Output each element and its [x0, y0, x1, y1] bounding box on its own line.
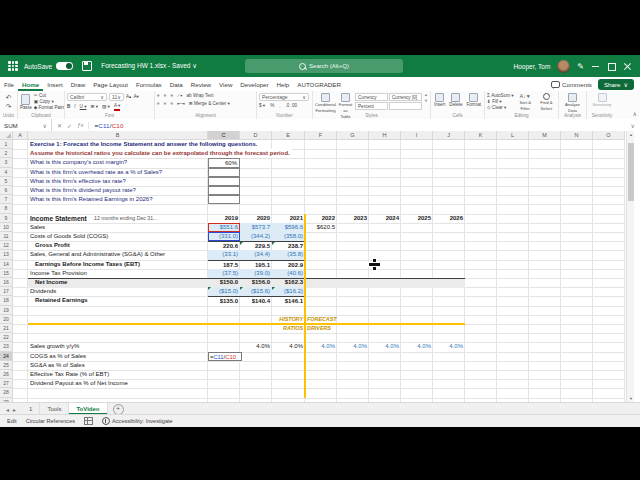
align-top-icon[interactable]: ≡ [157, 93, 160, 99]
cell-C10[interactable]: $551.6 [208, 223, 240, 232]
cell-B6[interactable]: What is this firm's dividend payout rate… [28, 186, 208, 195]
cell-E23[interactable]: 4.0% [272, 342, 305, 351]
row-header-25[interactable]: 25 [0, 361, 13, 370]
cell-E10[interactable]: $596.6 [272, 223, 305, 232]
cell-C3[interactable]: 60% [208, 158, 240, 167]
paste-button[interactable]: Paste [20, 94, 32, 111]
borders-icon[interactable]: ⊞ ▾ [91, 104, 98, 110]
row-header-12[interactable]: 12 [0, 241, 13, 250]
row-header-7[interactable]: 7 [0, 195, 13, 204]
cell-C17[interactable]: ($15.0) [208, 287, 240, 296]
cell-B18[interactable]: Retained Earnings [28, 296, 208, 305]
row-header-14[interactable]: 14 [0, 260, 13, 269]
row-header-4[interactable]: 4 [0, 168, 13, 177]
autosave-toggle[interactable] [56, 62, 73, 70]
menu-tab-help[interactable]: Help [273, 77, 294, 91]
minimize-button[interactable] [591, 62, 600, 71]
cell-C4[interactable] [208, 168, 240, 177]
comma-format-icon[interactable]: , [279, 103, 280, 109]
cell-C7[interactable] [208, 195, 240, 204]
currency-format-icon[interactable]: $ ▾ [259, 103, 265, 109]
row-header-8[interactable]: 8 [0, 204, 13, 213]
cell-F21[interactable]: DRIVERS [305, 324, 337, 333]
format-cells-button[interactable]: Format [466, 93, 481, 108]
name-box[interactable]: SUM∨ [0, 119, 52, 131]
format-painter-button[interactable]: ◆ Format Painter [34, 105, 65, 111]
cell-D11[interactable]: (344.2) [240, 232, 272, 241]
cell-E21[interactable]: RATIOS [272, 324, 305, 333]
merge-center-button[interactable]: ⊞ Merge & Center ▾ [189, 101, 230, 107]
bold-button[interactable]: B [67, 104, 70, 110]
menu-tab-page-layout[interactable]: Page Layout [89, 77, 132, 91]
cell-B5[interactable]: What is this firm's effective tax rate? [28, 177, 208, 186]
circular-references-indicator[interactable]: Circular References [26, 418, 75, 424]
align-middle-icon[interactable]: ≡ [164, 93, 167, 99]
cell-D9[interactable]: 2020 [240, 214, 272, 223]
column-header-K[interactable]: K [465, 131, 497, 140]
collapse-ribbon-icon[interactable]: ∧ [633, 110, 637, 117]
column-header-J[interactable]: J [433, 131, 465, 140]
column-header-E[interactable]: E [272, 131, 305, 140]
menu-tab-view[interactable]: View [215, 77, 236, 91]
cell-E13[interactable]: (35.8) [272, 250, 305, 259]
cell-F23[interactable]: 4.0% [305, 342, 337, 351]
cell-J23[interactable]: 4.0% [433, 342, 465, 351]
underline-button[interactable]: U ▾ [80, 104, 87, 110]
cell-E9[interactable]: 2021 [272, 214, 305, 223]
cell-G9[interactable]: 2023 [337, 214, 369, 223]
cell-C11[interactable]: (331.0) [208, 232, 240, 241]
row-header-24[interactable]: 24 [0, 352, 13, 361]
cell-E12[interactable]: 238.7 [272, 241, 305, 250]
cell-H23[interactable]: 4.0% [369, 342, 401, 351]
scroll-up-icon[interactable]: ▲ [627, 132, 635, 137]
align-left-icon[interactable]: ≡ [157, 101, 160, 107]
row-header-1[interactable]: 1 [0, 140, 13, 149]
cell-C14[interactable]: 187.5 [208, 260, 240, 269]
grow-font-icon[interactable]: A▴ [126, 94, 131, 100]
cell-B23[interactable]: Sales growth y/y% [28, 342, 208, 351]
menu-tab-formulas[interactable]: Formulas [132, 77, 166, 91]
row-header-20[interactable]: 20 [0, 315, 13, 324]
cell-C16[interactable]: $150.0 [208, 278, 240, 287]
indent-icons[interactable]: ⇤⇥ [177, 101, 185, 107]
font-color-icon[interactable]: A ▾ [114, 103, 120, 111]
undo-icon[interactable]: ↶ [6, 94, 12, 101]
pen-mode-icon[interactable]: ✎ [577, 62, 584, 71]
row-header-26[interactable]: 26 [0, 370, 13, 379]
cell-C15[interactable]: (37.5) [208, 269, 240, 278]
row-header-9[interactable]: 9 [0, 214, 13, 223]
row-header-3[interactable]: 3 [0, 158, 13, 167]
row-header-18[interactable]: 18 [0, 296, 13, 305]
cell-B26[interactable]: Effective Tax Rate (% of EBT) [28, 370, 208, 379]
confirm-entry-icon[interactable]: ✓ [67, 122, 72, 129]
search-input[interactable]: Search (Alt+Q) [245, 59, 403, 73]
row-header-21[interactable]: 21 [0, 324, 13, 333]
gallery-scroll-arrows[interactable]: ▲▼ [424, 93, 428, 103]
redo-icon[interactable]: ↷ [6, 103, 12, 110]
cell-G23[interactable]: 4.0% [337, 342, 369, 351]
cell-B1[interactable]: Exercise 1: Forecast the Income Statemen… [28, 140, 259, 149]
sort-filter-button[interactable]: A↓▼ Sort & Filter [516, 93, 535, 112]
accessibility-checker[interactable]: Accessibility: Investigate [102, 417, 173, 425]
cell-D17[interactable]: ($15.6) [240, 287, 272, 296]
wrap-text-button[interactable]: ab Wrap Text [187, 93, 214, 99]
align-bottom-icon[interactable]: ≡ [170, 93, 173, 99]
conditional-formatting-button[interactable]: Conditional Formatting [315, 93, 336, 114]
sheet-nav-right-icon[interactable]: ▸ [13, 406, 16, 413]
number-format-select[interactable]: Percentage∨ [259, 93, 309, 101]
analyze-data-button[interactable]: Analyze Data [561, 93, 584, 114]
fill-color-icon[interactable]: ▨ ▾ [102, 104, 110, 110]
row-header-13[interactable]: 13 [0, 250, 13, 259]
macro-record-icon[interactable] [84, 417, 93, 425]
cell-F9[interactable]: 2022 [305, 214, 337, 223]
cell-B7[interactable]: What is this firm's Retained Earnings in… [28, 195, 208, 204]
worksheet-grid[interactable]: ▲ ▼ ABCDEFGHIJKLMNO123456789101112131415… [0, 131, 640, 402]
row-header-16[interactable]: 16 [0, 278, 13, 287]
insert-cells-button[interactable]: Insert [434, 93, 446, 108]
column-header-O[interactable]: O [593, 131, 625, 140]
menu-tab-developer[interactable]: Developer [236, 77, 272, 91]
cell-E16[interactable]: $162.3 [272, 278, 305, 287]
cell-B11[interactable]: Costs of Goods Sold (COGS) [28, 232, 208, 241]
align-center-icon[interactable]: ≡ [164, 101, 167, 107]
cell-E15[interactable]: (40.6) [272, 269, 305, 278]
